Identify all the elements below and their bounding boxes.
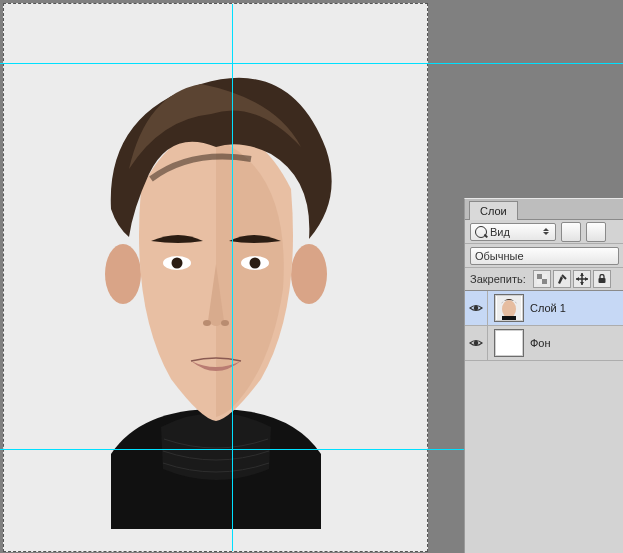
search-icon bbox=[475, 226, 487, 238]
svg-rect-11 bbox=[537, 279, 542, 284]
blend-mode-dropdown[interactable]: Обычные bbox=[470, 247, 619, 265]
svg-rect-8 bbox=[537, 274, 542, 279]
layer-name-label[interactable]: Фон bbox=[530, 337, 551, 349]
layers-panel: Слои Вид Обычные Закрепить: bbox=[464, 198, 623, 553]
layer-visibility-toggle[interactable] bbox=[465, 326, 488, 360]
document-canvas[interactable] bbox=[3, 3, 428, 552]
svg-point-5 bbox=[249, 258, 260, 269]
svg-rect-10 bbox=[542, 274, 547, 279]
svg-point-0 bbox=[105, 244, 141, 304]
chevron-updown-icon bbox=[543, 228, 549, 235]
layer-filter-row: Вид bbox=[465, 220, 623, 244]
tab-layers[interactable]: Слои bbox=[469, 201, 518, 220]
lock-all-button[interactable] bbox=[593, 270, 611, 288]
eye-icon bbox=[469, 336, 483, 350]
layer-filter-dropdown[interactable]: Вид bbox=[470, 223, 556, 241]
svg-point-6 bbox=[203, 320, 211, 326]
filter-type-button-1[interactable] bbox=[561, 222, 581, 242]
svg-rect-16 bbox=[502, 316, 516, 320]
blend-mode-row: Обычные bbox=[465, 244, 623, 268]
svg-point-1 bbox=[291, 244, 327, 304]
svg-point-17 bbox=[474, 341, 479, 346]
canvas-image-content bbox=[51, 59, 381, 529]
layer-visibility-toggle[interactable] bbox=[465, 291, 488, 325]
svg-point-15 bbox=[502, 300, 516, 318]
layer-thumbnail[interactable] bbox=[494, 329, 524, 357]
filter-type-button-2[interactable] bbox=[586, 222, 606, 242]
svg-rect-9 bbox=[542, 279, 547, 284]
blend-mode-label: Обычные bbox=[475, 250, 524, 262]
panel-tabbar: Слои bbox=[465, 199, 623, 220]
svg-point-3 bbox=[171, 258, 182, 269]
layer-row[interactable]: Слой 1 bbox=[465, 291, 623, 326]
layer-name-label[interactable]: Слой 1 bbox=[530, 302, 566, 314]
svg-rect-12 bbox=[598, 278, 605, 283]
eye-icon bbox=[469, 301, 483, 315]
svg-point-7 bbox=[221, 320, 229, 326]
lock-transparency-button[interactable] bbox=[533, 270, 551, 288]
layer-thumbnail[interactable] bbox=[494, 294, 524, 322]
layer-row[interactable]: Фон bbox=[465, 326, 623, 361]
svg-rect-18 bbox=[497, 331, 521, 355]
lock-pixels-button[interactable] bbox=[553, 270, 571, 288]
lock-row: Закрепить: bbox=[465, 268, 623, 290]
lock-label: Закрепить: bbox=[470, 273, 526, 285]
layer-list: Слой 1 Фон bbox=[465, 290, 623, 361]
layer-filter-label: Вид bbox=[490, 226, 510, 238]
svg-point-13 bbox=[474, 306, 479, 311]
lock-position-button[interactable] bbox=[573, 270, 591, 288]
